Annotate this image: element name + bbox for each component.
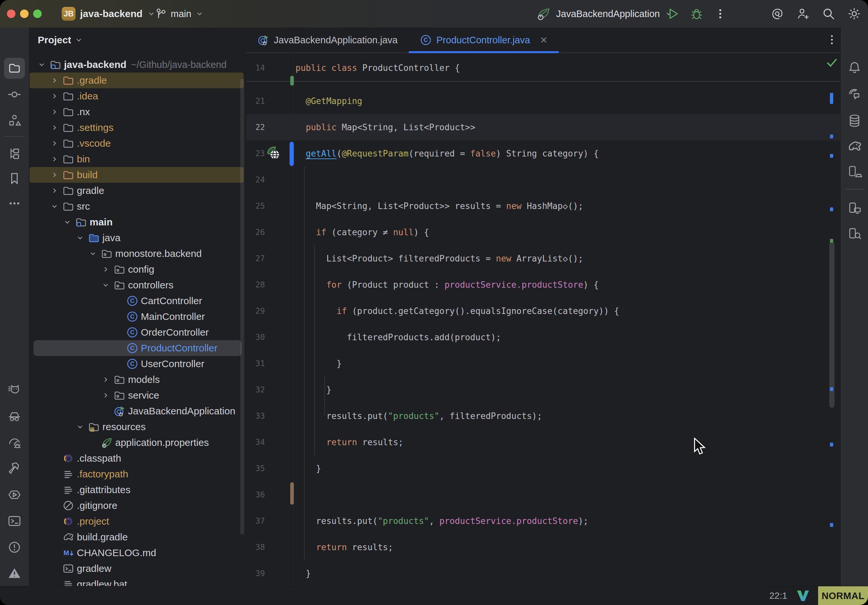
chevron-down-icon[interactable] [76,230,88,246]
folded-region-line[interactable] [246,81,840,82]
chevron-right-icon[interactable] [51,136,62,151]
tool-stripe-problems[interactable] [4,537,25,558]
code-line-36[interactable]: 36 [246,482,840,508]
chevron-right-icon[interactable] [51,151,62,167]
tool-stripe-profiler[interactable] [4,432,25,453]
tree-item-UserController[interactable]: C UserController [29,356,246,372]
tree-item-.gitattributes[interactable]: .gitattributes [29,482,246,498]
tree-item-resources[interactable]: resources [29,419,246,435]
chevron-down-icon[interactable] [76,419,88,435]
tree-item-java[interactable]: java [29,230,246,246]
code-line-29[interactable]: 29 if (product.getCategory().equalsIgnor… [246,298,840,324]
vim-mode-badge[interactable]: NORMAL [818,586,868,605]
project-panel-header[interactable]: Project [38,28,83,53]
chevron-right-icon[interactable] [51,120,62,136]
tool-stripe-hierarchy[interactable] [4,143,25,164]
code-line-37[interactable]: 37 results.put("products", productServic… [246,508,840,534]
close-tab-icon[interactable]: ✕ [540,35,547,46]
code-line-26[interactable]: 26 if (category ≠ null) { [246,219,840,245]
tool-stripe-ai-chat[interactable] [844,84,865,105]
code-line-33[interactable]: 33 results.put("products", filteredProdu… [246,403,840,429]
tree-item-config[interactable]: config [29,261,246,277]
editor-scrollbar[interactable] [829,242,834,408]
minimize-window-button[interactable] [20,9,29,18]
tree-item-CartController[interactable]: C CartController [29,293,246,309]
chevron-right-icon[interactable] [102,261,113,277]
tree-item-.idea[interactable]: .idea [29,88,246,104]
code-line-22[interactable]: 22 public Map<String, List<Product>> [246,114,840,141]
tree-item-main[interactable]: main [29,214,246,230]
code-line-31[interactable]: 31 } [246,350,840,377]
caret-position-widget[interactable]: 22:1 [769,591,787,601]
code-line-21[interactable]: 21 @GetMapping [246,88,840,114]
chevron-right-icon[interactable] [51,73,62,88]
editor-more-kebab-icon[interactable] [826,34,838,46]
tree-item-src[interactable]: src [29,198,246,214]
tool-stripe-gradle[interactable] [844,136,865,157]
code-line-38[interactable]: 38 return results; [246,534,840,560]
tree-item-service[interactable]: service [29,387,246,403]
code-line-32[interactable]: 32 } [246,377,840,403]
code-line-25[interactable]: 25 Map<String, List<Product>> results = … [246,193,840,219]
more-actions-kebab-icon[interactable] [713,6,727,21]
tree-item-gradlew.bat[interactable]: gradlew.bat [29,576,246,586]
tree-item-monostore.backend[interactable]: monostore.backend [29,246,246,261]
rest-endpoint-globe-icon[interactable] [266,145,281,161]
tree-item-MainController[interactable]: C MainController [29,309,246,325]
tool-stripe-terminal[interactable] [4,511,25,532]
tool-stripe-build[interactable] [4,458,25,479]
git-branch-widget[interactable]: main [154,0,204,28]
tool-stripe-database[interactable] [844,110,865,131]
search-icon[interactable] [822,6,836,21]
settings-gear-icon[interactable] [847,6,862,21]
tool-stripe-ai-cat[interactable] [4,379,25,400]
code-line-39[interactable]: 39 } [246,560,840,586]
editor-tab-ProductController.java[interactable]: C ProductController.java ✕ [409,28,559,53]
tree-item-.vscode[interactable]: .vscode [29,136,246,151]
tree-item-.gitignore[interactable]: .gitignore [29,498,246,514]
close-window-button[interactable] [7,9,16,18]
tool-stripe-commit[interactable] [4,84,25,105]
tree-item-CHANGELOG.md[interactable]: M CHANGELOG.md [29,545,246,561]
add-user-icon[interactable] [796,6,810,21]
tree-item-build.gradle[interactable]: build.gradle [29,529,246,545]
code-editor[interactable]: 14 public class ProductController { 21 @… [246,53,840,586]
code-line-28[interactable]: 28 for (Product product : productService… [246,272,840,298]
tool-stripe-warnings[interactable] [4,563,25,584]
tool-stripe-notifications[interactable] [844,57,865,78]
tree-item-build[interactable]: build [29,167,246,183]
tool-stripe-running-devices[interactable] [844,198,865,218]
chevron-down-icon[interactable] [102,277,113,293]
tool-stripe-structure[interactable] [4,110,25,131]
tree-item-bin[interactable]: bin [29,151,246,167]
tool-stripe-bookmarks[interactable] [4,168,25,189]
tree-item-OrderController[interactable]: C OrderController [29,325,246,340]
chevron-down-icon[interactable] [89,246,101,261]
tree-item-.nx[interactable]: .nx [29,104,246,120]
tree-item-.project[interactable]: .project [29,514,246,529]
tree-item-JavaBackendApplication[interactable]: JavaBackendApplication [29,403,246,419]
project-widget[interactable]: JB java-backend [62,0,156,28]
chevron-right-icon[interactable] [51,183,62,198]
tree-item-models[interactable]: models [29,372,246,387]
ai-assistant-icon[interactable] [770,6,784,21]
code-line-14[interactable]: 14 public class ProductController { [246,55,840,81]
chevron-down-icon[interactable] [64,214,75,230]
code-line-27[interactable]: 27 List<Product> filteredProducts = new … [246,245,840,272]
tree-item-controllers[interactable]: controllers [29,277,246,293]
chevron-right-icon[interactable] [51,104,62,120]
tree-item-.gradle[interactable]: .gradle [29,73,246,88]
chevron-right-icon[interactable] [102,372,113,387]
ideavim-icon[interactable] [797,590,809,602]
debug-button[interactable] [690,6,704,21]
code-line-30[interactable]: 30 filteredProducts.add(product); [246,324,840,350]
tool-stripe-incognito[interactable] [4,405,25,427]
chevron-right-icon[interactable] [51,167,62,183]
code-line-34[interactable]: 34 return results; [246,429,840,455]
zoom-window-button[interactable] [33,9,42,18]
tree-item-.classpath[interactable]: .classpath [29,450,246,466]
tree-item-ProductController[interactable]: C ProductController [29,340,246,356]
chevron-down-icon[interactable] [51,198,62,214]
chevron-right-icon[interactable] [102,387,113,403]
code-line-24[interactable]: 24 [246,167,840,193]
